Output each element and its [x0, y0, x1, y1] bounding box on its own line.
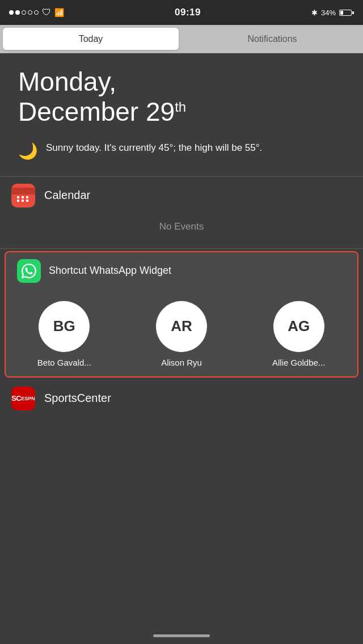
contact-item-ag[interactable]: AG Allie Goldbe...: [240, 301, 357, 367]
contact-item-bg[interactable]: BG Beto Gavald...: [6, 301, 123, 367]
divider-2: [0, 248, 363, 249]
contact-avatar-ar: AR: [156, 301, 207, 352]
whatsapp-widget: Shortcut WhatsApp Widget BG Beto Gavald.…: [5, 251, 358, 378]
tab-notifications[interactable]: Notifications: [184, 28, 360, 50]
calendar-section: Calendar: [0, 177, 363, 214]
widget-label: Shortcut WhatsApp Widget: [49, 265, 171, 277]
date-sup: th: [175, 99, 186, 115]
contact-name-ar: Alison Ryu: [161, 358, 202, 367]
signal-dots: [9, 10, 39, 15]
tab-bar: Today Notifications: [0, 25, 363, 53]
contact-avatar-ag: AG: [273, 301, 324, 352]
date-line1: Monday, December 29th: [18, 67, 345, 127]
battery-icon: [339, 10, 354, 16]
battery-percentage: 34%: [321, 9, 336, 17]
wifi-icon: 📶: [54, 8, 64, 17]
main-content: Monday, December 29th 🌙 Sunny today. It'…: [0, 53, 363, 644]
weather-section: 🌙 Sunny today. It's currently 45°; the h…: [0, 136, 363, 176]
sportscenter-icon: SC ESPN: [11, 387, 35, 410]
status-left: 🛡 📶: [9, 7, 64, 18]
weather-text: Sunny today. It's currently 45°; the hig…: [46, 141, 262, 155]
widget-header: Shortcut WhatsApp Widget: [6, 252, 357, 290]
clock: 09:19: [175, 7, 201, 18]
no-events-text: No Events: [0, 214, 363, 248]
dot5: [34, 10, 39, 15]
weather-icon: 🌙: [18, 142, 38, 160]
calendar-label: Calendar: [44, 189, 90, 202]
dot3: [22, 10, 26, 15]
contact-item-ar[interactable]: AR Alison Ryu: [123, 301, 240, 367]
sports-section: SC ESPN SportsCenter: [0, 380, 363, 417]
contact-name-bg: Beto Gavald...: [37, 358, 91, 367]
dot1: [9, 10, 14, 15]
dot4: [28, 10, 32, 15]
widget-contacts: BG Beto Gavald... AR Alison Ryu AG Allie…: [6, 290, 357, 376]
bluetooth-icon: ✱: [311, 9, 318, 17]
contact-name-ag: Allie Goldbe...: [272, 358, 325, 367]
whatsapp-icon: [17, 259, 41, 283]
status-bar: 🛡 📶 09:19 ✱ 34%: [0, 0, 363, 25]
home-indicator: [153, 634, 210, 637]
tab-today[interactable]: Today: [3, 28, 179, 50]
contact-avatar-bg: BG: [39, 301, 90, 352]
calendar-app-icon: [11, 184, 35, 207]
carrier-icon: 🛡: [42, 7, 51, 18]
date-section: Monday, December 29th: [0, 53, 363, 136]
dot2: [15, 10, 20, 15]
status-right: ✱ 34%: [311, 9, 354, 17]
sportscenter-label: SportsCenter: [44, 392, 111, 405]
